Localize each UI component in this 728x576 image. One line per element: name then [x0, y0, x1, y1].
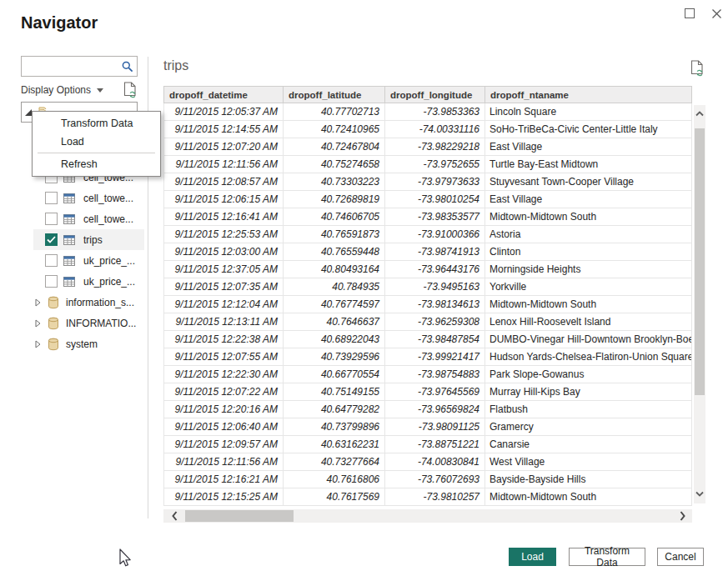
display-options-button[interactable]: Display Options: [21, 84, 91, 96]
table-row: 9/11/2015 12:06:15 AM40.72689819-73.9801…: [163, 191, 692, 208]
table-cell: 9/11/2015 12:06:15 AM: [163, 191, 284, 208]
table-cell: West Village: [485, 453, 692, 471]
table-row: 9/11/2015 12:22:38 AM40.68922043-73.9848…: [163, 331, 692, 348]
table-cell: Lenox Hill-Roosevelt Island: [485, 313, 692, 331]
table-cell: Gramercy: [485, 418, 692, 436]
table-cell: Canarsie: [485, 436, 692, 453]
table-cell: -73.9853363: [385, 103, 485, 121]
table-cell: 9/11/2015 12:05:37 AM: [163, 103, 284, 121]
chevron-right-icon[interactable]: [35, 340, 42, 348]
checkbox[interactable]: [45, 213, 58, 225]
table-cell: 9/11/2015 12:22:30 AM: [163, 366, 284, 383]
vertical-scrollbar[interactable]: [694, 105, 705, 503]
close-button[interactable]: [710, 7, 723, 20]
table-cell: 9/11/2015 12:07:22 AM: [163, 383, 284, 401]
table-cell: Hudson Yards-Chelsea-Flatiron-Union Squa…: [485, 348, 692, 366]
table-row: 9/11/2015 12:05:37 AM40.77702713-73.9853…: [163, 103, 692, 121]
table-cell: 9/11/2015 12:16:21 AM: [163, 471, 284, 488]
tree-item-informatio[interactable]: INFORMATIO...: [21, 313, 144, 333]
table-cell: 40.72410965: [284, 121, 385, 138]
table-cell: -73.91000366: [385, 226, 485, 243]
horizontal-scrollbar[interactable]: [163, 509, 692, 523]
table-cell: 40.80493164: [284, 261, 385, 278]
tree-item-uk-price[interactable]: uk_price_...: [21, 250, 144, 271]
tree-item-trips[interactable]: trips: [21, 229, 144, 250]
maximize-icon: [685, 8, 695, 18]
chevron-right-icon[interactable]: [35, 298, 42, 307]
navigator-tree: cell_towe... cell_towe... cell_towe... t…: [21, 167, 144, 354]
table-cell: Stuyvesant Town-Cooper Village: [485, 173, 692, 191]
table-cell: -73.88751221: [385, 436, 485, 453]
checkbox[interactable]: [45, 233, 58, 246]
load-button[interactable]: Load: [509, 548, 556, 566]
close-icon: [711, 8, 722, 19]
table-header-row: dropoff_datetimedropoff_latitudedropoff_…: [163, 86, 692, 103]
search-box[interactable]: [21, 56, 138, 77]
refresh-preview-icon[interactable]: [123, 82, 138, 98]
table-cell: 9/11/2015 12:20:16 AM: [163, 401, 284, 418]
table-cell: 40.66770554: [284, 366, 385, 383]
display-options-row: Display Options: [21, 82, 138, 98]
checkbox[interactable]: [45, 275, 58, 288]
tree-item-cell-towe[interactable]: cell_towe...: [21, 188, 144, 208]
chevron-right-icon[interactable]: [35, 319, 42, 328]
table-row: 9/11/2015 12:06:40 AM40.73799896-73.9809…: [163, 418, 692, 436]
tree-item-system[interactable]: system: [21, 333, 144, 354]
cancel-button[interactable]: Cancel: [657, 548, 704, 566]
column-header-dropoff_ntaname: dropoff_ntaname: [485, 86, 692, 103]
scroll-down-icon[interactable]: [695, 491, 704, 497]
table-cell: Lincoln Square: [485, 103, 692, 121]
search-input[interactable]: [22, 57, 122, 76]
data-preview-table: dropoff_datetimedropoff_latitudedropoff_…: [163, 86, 692, 506]
table-cell: 40.75274658: [284, 156, 385, 173]
table-cell: -73.97973633: [385, 173, 485, 191]
table-cell: -74.00830841: [385, 453, 485, 471]
chevron-down-icon[interactable]: [97, 88, 103, 93]
menu-item-refresh[interactable]: Refresh: [33, 155, 160, 173]
tree-item-label: information_s...: [66, 297, 134, 308]
search-icon[interactable]: [122, 61, 133, 73]
table-cell: Park Slope-Gowanus: [485, 366, 692, 383]
table-cell: -73.98741913: [385, 243, 485, 261]
tree-item-cell-towe[interactable]: cell_towe...: [21, 208, 144, 229]
table-row: 9/11/2015 12:11:56 AM40.75274658-73.9752…: [163, 156, 692, 173]
table-cell: -73.98229218: [385, 138, 485, 156]
column-header-dropoff_datetime: dropoff_datetime: [163, 86, 284, 103]
menu-item-load[interactable]: Load: [33, 133, 160, 151]
transform-data-button[interactable]: Transform Data: [569, 548, 645, 566]
scroll-left-icon[interactable]: [172, 511, 178, 521]
refresh-preview-icon[interactable]: [690, 60, 705, 77]
scroll-up-icon[interactable]: [695, 111, 704, 117]
expanded-triangle-icon[interactable]: [25, 109, 32, 116]
table-cell: -73.96259308: [385, 313, 485, 331]
table-cell: 9/11/2015 12:11:56 AM: [163, 453, 284, 471]
tree-item-information-s[interactable]: information_s...: [21, 292, 144, 313]
table-cell: 9/11/2015 12:14:55 AM: [163, 121, 284, 138]
menu-item-transform-data[interactable]: Transform Data: [33, 114, 160, 133]
table-body: 9/11/2015 12:05:37 AM40.77702713-73.9853…: [163, 103, 692, 506]
scroll-right-icon[interactable]: [680, 511, 685, 521]
maximize-button[interactable]: [683, 7, 696, 20]
table-cell: 9/11/2015 12:09:57 AM: [163, 436, 284, 453]
dialog-title: Navigator: [21, 13, 98, 33]
table-cell: Clinton: [485, 243, 692, 261]
tree-item-label: uk_price_...: [83, 255, 135, 267]
table-cell: 9/11/2015 12:25:53 AM: [163, 226, 284, 243]
menu-separator: [38, 153, 155, 153]
table-cell: Flatbush: [485, 401, 692, 418]
table-cell: DUMBO-Vinegar Hill-Downtown Brooklyn-Boe…: [485, 331, 692, 348]
tree-item-label: cell_towe...: [83, 193, 133, 204]
context-menu: Transform DataLoadRefresh: [32, 111, 161, 177]
checkbox[interactable]: [45, 192, 58, 204]
database-icon: [48, 317, 59, 330]
table-row: 9/11/2015 12:20:16 AM40.64779282-73.9656…: [163, 401, 692, 418]
table-row: 9/11/2015 12:07:22 AM40.75149155-73.9764…: [163, 383, 692, 401]
tree-item-uk-price[interactable]: uk_price_...: [21, 271, 144, 292]
horizontal-scroll-thumb[interactable]: [185, 510, 294, 522]
vertical-scroll-thumb[interactable]: [695, 128, 705, 395]
table-cell: 9/11/2015 12:15:25 AM: [163, 488, 284, 506]
table-cell: Midtown-Midtown South: [485, 296, 692, 313]
table-row: 9/11/2015 12:22:30 AM40.66770554-73.9875…: [163, 366, 692, 383]
checkbox[interactable]: [45, 254, 58, 267]
tree-item-label: system: [66, 338, 98, 350]
